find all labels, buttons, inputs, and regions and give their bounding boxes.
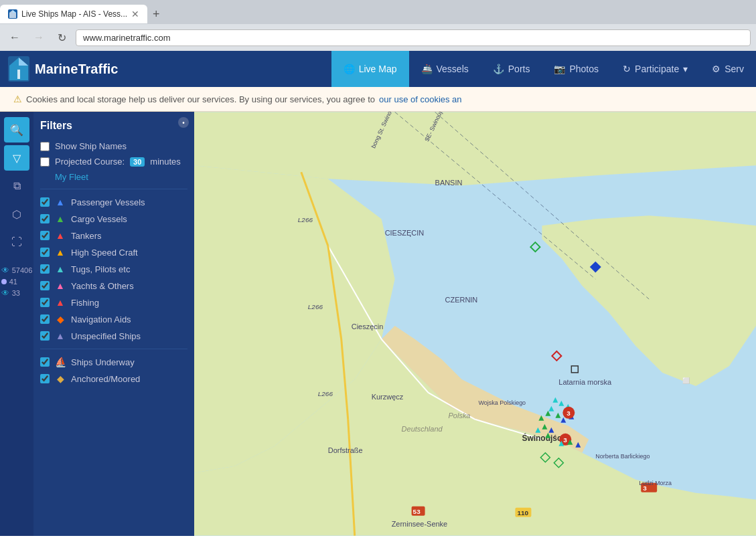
address-bar: ← → ↻ [0,24,756,51]
cargo-vessels-checkbox[interactable] [40,214,50,223]
svg-text:Latarnia morska: Latarnia morska [558,378,612,386]
new-tab-button[interactable]: + [147,7,165,21]
vessel-row-cargo: ▲ Cargo Vessels [40,213,187,225]
svg-text:L266: L266 [298,216,313,223]
tankers-label: Tankers [71,231,102,241]
nav-photos[interactable]: 📷 Photos [542,51,611,87]
main-nav: 🌐 Live Map 🚢 Vessels ⚓ Ports 📷 Photos ↻ … [331,51,756,87]
show-ship-names-checkbox[interactable] [40,142,50,151]
navaid-checkbox[interactable] [40,314,50,324]
nav-participate[interactable]: ↻ Participate ▾ [611,51,700,87]
divider-2 [40,349,187,349]
vessel-row-navaid: ◆ Navigation Aids [40,313,187,325]
passenger-vessels-checkbox[interactable] [40,197,50,207]
browser-chrome: Live Ships Map - AIS - Vess... ✕ + ← → ↻ [0,0,756,51]
filter-panel: • Filters Show Ship Names Projected Cour… [33,112,194,536]
reload-button[interactable]: ↻ [54,30,70,45]
logo-text: MarineTraffic [35,62,118,77]
underway-checkbox[interactable] [40,357,50,367]
show-ship-names-row: Show Ship Names [40,141,187,151]
divider-1 [40,189,187,189]
cargo-vessels-label: Cargo Vessels [71,214,127,224]
yachts-checkbox[interactable] [40,281,50,290]
svg-text:Zerninsee-Senke: Zerninsee-Senke [392,520,448,528]
logo-icon [8,56,29,82]
underway-label: Ships Underway [71,357,135,367]
nav-ports[interactable]: ⚓ Ports [481,51,542,87]
projected-course-label: Projected Course: [55,157,125,167]
photos-icon: 📷 [554,64,565,74]
yachts-label: Yachts & Others [71,281,134,291]
svg-marker-1 [13,10,16,13]
app-logo: MarineTraffic [8,56,118,82]
nav-services[interactable]: ⚙ Serv [700,51,756,87]
vessel-row-fishing: ▲ Fishing [40,296,187,308]
vessel-row-tankers: ▲ Tankers [40,229,187,242]
anchored-checkbox[interactable] [40,374,50,383]
svg-text:Norberta Barlickiego: Norberta Barlickiego [595,453,650,460]
app-header: MarineTraffic 🌐 Live Map 🚢 Vessels ⚓ Por… [0,51,756,87]
highspeed-icon: ▲ [55,246,66,258]
svg-text:3: 3 [563,436,567,444]
fishing-checkbox[interactable] [40,298,50,307]
url-input[interactable] [76,29,751,46]
vessel-row-tugs: ▲ Tugs, Pilots etc [40,263,187,275]
forward-button[interactable]: → [29,30,48,45]
svg-rect-5 [17,70,20,79]
counter-anchored-value: 33 [12,289,20,297]
projected-course-checkbox[interactable] [40,157,50,167]
underway-icon: ⛵ [55,356,66,368]
projected-course-unit: minutes [150,157,181,167]
vessel-row-unspecified: ▲ Unspecified Ships [40,330,187,342]
cookie-link[interactable]: our use of cookies an [379,94,462,104]
fullscreen-button[interactable]: ⛶ [4,229,29,255]
svg-text:CZERNIN: CZERNIN [445,296,478,304]
cargo-icon: ▲ [55,213,66,225]
tab-close-button[interactable]: ✕ [131,9,139,19]
participate-dropdown-icon: ▾ [683,64,688,74]
svg-text:Ludzi Morza: Ludzi Morza [639,480,672,486]
highspeed-checkbox[interactable] [40,248,50,257]
svg-text:CIESZĘCIN: CIESZĘCIN [385,229,425,237]
svg-text:BANSIN: BANSIN [435,179,463,187]
svg-text:Kurzwęcz: Kurzwęcz [372,393,404,401]
vessels-icon: 🚢 [421,64,433,74]
filter-button[interactable]: ▽ [4,145,29,171]
nav-participate-label: Participate [635,64,679,74]
back-button[interactable]: ← [5,30,24,45]
active-tab[interactable]: Live Ships Map - AIS - Vess... ✕ [0,5,147,23]
warning-icon: ⚠ [13,94,22,104]
close-panel-button[interactable]: • [178,117,189,128]
svg-text:L266: L266 [308,303,323,310]
nav-ports-label: Ports [508,64,530,74]
vessel-row-anchored: ◆ Anchored/Moored [40,373,187,385]
svg-text:Cieszęcin: Cieszęcin [352,322,384,331]
anchored-label: Anchored/Moored [71,374,140,384]
projected-course-row: Projected Course: 30 minutes [40,157,187,167]
svg-text:Dorfstraße: Dorfstraße [328,446,363,454]
map-canvas[interactable]: bong St. Swinoujskie PL SE- Swinoujskie … [194,112,756,536]
search-button[interactable]: 🔍 [4,117,29,143]
tab-title: Live Ships Map - AIS - Vess... [21,9,127,19]
tugs-checkbox[interactable] [40,264,50,274]
my-fleet-link[interactable]: My Fleet [55,172,88,182]
svg-text:Deutschland: Deutschland [402,425,443,433]
highspeed-label: High Speed Craft [71,248,138,258]
layers-button[interactable]: ⧉ [4,173,29,199]
eye-icon-2: 👁 [1,288,9,298]
svg-text:53: 53 [413,508,421,515]
my-fleet-row: My Fleet [40,172,187,182]
projected-course-value: 30 [130,157,145,167]
map-area: 🔍 ▽ ⧉ ⬡ ⛶ 👁 57406 41 👁 33 [0,112,756,536]
svg-text:L266: L266 [318,390,333,397]
tankers-checkbox[interactable] [40,231,50,240]
nav-vessels[interactable]: 🚢 Vessels [409,51,481,87]
unspecified-icon: ▲ [55,330,66,342]
network-button[interactable]: ⬡ [4,201,29,227]
nav-services-label: Serv [725,64,744,74]
fishing-label: Fishing [71,298,99,308]
unspecified-checkbox[interactable] [40,331,50,341]
nav-live-map[interactable]: 🌐 Live Map [331,51,409,87]
vessel-row-highspeed: ▲ High Speed Craft [40,246,187,258]
yacht-icon: ▲ [55,280,66,292]
